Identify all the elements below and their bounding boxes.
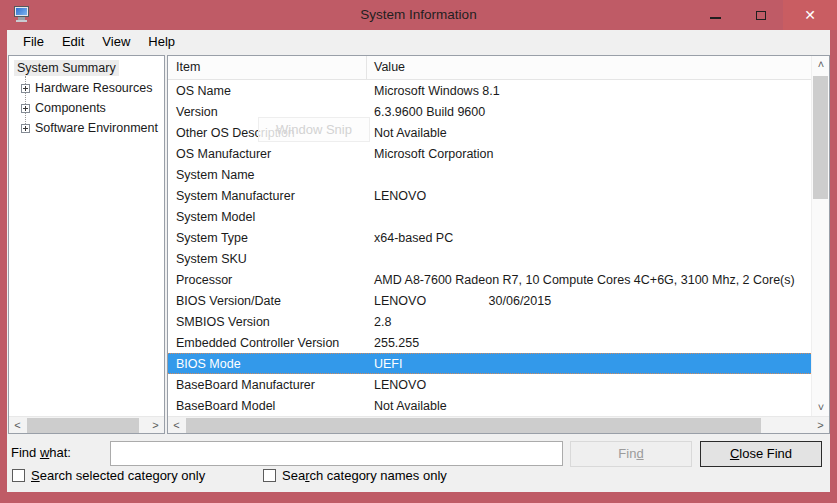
menu-bar: FileEditViewHelp [7, 30, 830, 54]
value-cell: Microsoft Windows 8.1 [367, 84, 811, 98]
scroll-right-icon[interactable]: ˃ [147, 417, 164, 434]
table-row[interactable]: BaseBoard ManufacturerLENOVO [168, 374, 811, 395]
value-cell: LENOVO [367, 189, 811, 203]
menu-item-file[interactable]: File [14, 31, 53, 52]
item-cell: System Name [168, 168, 367, 182]
item-cell: BIOS Version/Date [168, 294, 367, 308]
window-snip-ghost-overlay: Window Snip [258, 117, 370, 142]
tree-children: Hardware ResourcesComponentsSoftware Env… [9, 78, 164, 138]
close-icon: ✕ [804, 7, 816, 23]
item-cell: System Model [168, 210, 367, 224]
column-header-value[interactable]: Value [367, 56, 811, 79]
column-header-item[interactable]: Item [168, 56, 367, 79]
tree-item-label: Hardware Resources [35, 81, 152, 95]
item-cell: System SKU [168, 252, 367, 266]
item-cell: OS Manufacturer [168, 147, 367, 161]
maximize-icon [756, 11, 766, 20]
item-cell: BIOS Mode [168, 357, 367, 371]
title-bar[interactable]: System Information ✕ [0, 0, 837, 30]
tree-item-software-environment[interactable]: Software Environment [9, 118, 164, 138]
minimize-button[interactable] [693, 0, 738, 30]
table-row[interactable]: Embedded Controller Version255.255 [168, 332, 811, 353]
item-cell: System Type [168, 231, 367, 245]
value-cell: AMD A8-7600 Radeon R7, 10 Compute Cores … [367, 273, 811, 287]
table-row[interactable]: System SKU [168, 248, 811, 269]
table-row[interactable]: System Model [168, 206, 811, 227]
item-cell: Embedded Controller Version [168, 336, 367, 350]
scroll-left-icon[interactable]: ˂ [9, 417, 26, 434]
minimize-icon [710, 17, 721, 19]
detail-pane: Item Value OS NameMicrosoft Windows 8.1V… [167, 55, 830, 434]
table-row[interactable]: System ManufacturerLENOVO [168, 185, 811, 206]
value-cell: x64-based PC [367, 231, 811, 245]
table-row[interactable]: System Typex64-based PC [168, 227, 811, 248]
scroll-up-icon[interactable]: ˄ [812, 56, 830, 73]
find-what-label: Find what: [11, 445, 71, 460]
tree-item-label: Software Environment [35, 121, 158, 135]
search-category-names-checkbox[interactable] [263, 469, 276, 482]
menu-item-edit[interactable]: Edit [53, 31, 93, 52]
value-cell: LENOVO 30/06/2015 [367, 294, 811, 308]
left-pane-hscroll-thumb[interactable] [27, 418, 139, 433]
tree-item-label: Components [35, 101, 106, 115]
item-cell: OS Name [168, 84, 367, 98]
table-row[interactable]: BIOS Version/DateLENOVO 30/06/2015 [168, 290, 811, 311]
value-cell: LENOVO [367, 378, 811, 392]
table-row[interactable]: OS NameMicrosoft Windows 8.1 [168, 80, 811, 101]
item-cell: System Manufacturer [168, 189, 367, 203]
detail-vertical-scrollbar[interactable]: ˄ ˅ [811, 56, 829, 416]
search-selected-category-option[interactable]: Search selected category only [12, 468, 205, 483]
table-row[interactable]: BIOS ModeUEFI [168, 353, 811, 374]
close-button[interactable]: ✕ [783, 0, 837, 30]
value-cell: Microsoft Corporation [367, 147, 811, 161]
system-information-window: System Information ✕ FileEditViewHelp Sy… [0, 0, 837, 503]
search-selected-category-label: Search selected category only [31, 468, 205, 483]
value-cell: Not Available [367, 399, 811, 413]
detail-vscroll-thumb[interactable] [813, 76, 828, 199]
item-cell: BaseBoard Model [168, 399, 367, 413]
search-options-row: Search selected category only Search cat… [7, 468, 830, 488]
search-category-names-label: Search category names only [282, 468, 447, 483]
table-row[interactable]: OS ManufacturerMicrosoft Corporation [168, 143, 811, 164]
tree-item-components[interactable]: Components [9, 98, 164, 118]
value-cell: 2.8 [367, 315, 811, 329]
table-row[interactable]: ProcessorAMD A8-7600 Radeon R7, 10 Compu… [168, 269, 811, 290]
value-cell: 255.255 [367, 336, 811, 350]
scroll-left-icon[interactable]: ˂ [168, 417, 185, 434]
grid-header: Item Value [168, 56, 811, 80]
tree-item-hardware-resources[interactable]: Hardware Resources [9, 78, 164, 98]
expand-plus-icon[interactable] [21, 124, 30, 133]
scroll-down-icon[interactable]: ˅ [812, 399, 830, 416]
client-area: FileEditViewHelp System Summary Hardware… [7, 30, 830, 492]
table-row[interactable]: System Name [168, 164, 811, 185]
search-selected-category-checkbox[interactable] [12, 469, 25, 482]
item-cell: Processor [168, 273, 367, 287]
menu-item-view[interactable]: View [93, 31, 139, 52]
value-cell: 6.3.9600 Build 9600 [367, 105, 811, 119]
item-cell: SMBIOS Version [168, 315, 367, 329]
find-button[interactable]: Find [570, 441, 692, 467]
value-cell: UEFI [367, 357, 811, 371]
detail-hscroll-thumb[interactable] [186, 418, 761, 433]
close-find-button[interactable]: Close Find [700, 441, 822, 467]
search-category-names-option[interactable]: Search category names only [263, 468, 447, 483]
scroll-right-icon[interactable]: ˃ [812, 417, 829, 434]
tree-item-system-summary[interactable]: System Summary [14, 60, 119, 76]
table-row[interactable]: SMBIOS Version2.8 [168, 311, 811, 332]
find-input[interactable] [110, 441, 563, 466]
value-cell: Not Available [367, 126, 811, 140]
left-pane-horizontal-scrollbar[interactable]: ˂ ˃ [9, 416, 164, 433]
find-bar: Find what: Find Close Find [7, 438, 830, 468]
category-tree: System Summary Hardware ResourcesCompone… [9, 56, 164, 416]
expand-plus-icon[interactable] [21, 104, 30, 113]
maximize-button[interactable] [738, 0, 783, 30]
detail-horizontal-scrollbar[interactable]: ˂ ˃ [168, 416, 829, 433]
table-row[interactable]: BaseBoard ModelNot Available [168, 395, 811, 416]
menu-item-help[interactable]: Help [139, 31, 184, 52]
expand-plus-icon[interactable] [21, 84, 30, 93]
category-tree-pane: System Summary Hardware ResourcesCompone… [8, 55, 165, 434]
item-cell: BaseBoard Manufacturer [168, 378, 367, 392]
